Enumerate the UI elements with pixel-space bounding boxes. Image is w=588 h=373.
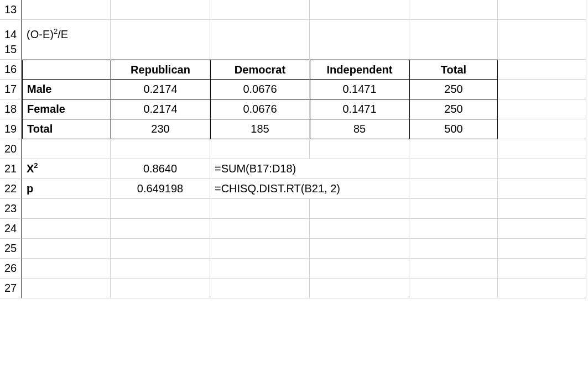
cell-F15[interactable] xyxy=(498,40,586,60)
cell-F26[interactable] xyxy=(498,259,586,279)
cell-A20[interactable] xyxy=(22,139,111,159)
cell-D20[interactable] xyxy=(310,139,409,159)
chisq-symbol: X2 xyxy=(27,162,38,175)
cell-C24[interactable] xyxy=(210,219,310,239)
cell-A16[interactable] xyxy=(22,60,111,80)
cell-C15[interactable] xyxy=(210,40,310,60)
cell-B27[interactable] xyxy=(111,279,210,298)
label-chisq[interactable]: X2 xyxy=(22,159,111,179)
value-p[interactable]: 0.649198 xyxy=(111,179,210,199)
cell-F18[interactable] xyxy=(498,99,586,119)
cell-C23[interactable] xyxy=(210,199,310,219)
cell-E18[interactable]: 250 xyxy=(409,99,498,119)
cell-F16[interactable] xyxy=(498,60,586,80)
rowlabel-female[interactable]: Female xyxy=(22,99,111,119)
cell-A26[interactable] xyxy=(22,259,111,279)
cell-B23[interactable] xyxy=(111,199,210,219)
row-header[interactable]: 16 xyxy=(0,60,22,80)
cell-E21[interactable] xyxy=(409,159,498,179)
cell-C13[interactable] xyxy=(210,0,310,20)
cell-E23[interactable] xyxy=(409,199,498,219)
cell-D15[interactable] xyxy=(310,40,409,60)
row-header[interactable]: 15 xyxy=(0,40,22,60)
cell-F25[interactable] xyxy=(498,239,586,259)
cell-F24[interactable] xyxy=(498,219,586,239)
cell-B18[interactable]: 0.2174 xyxy=(111,99,210,119)
cell-F22[interactable] xyxy=(498,179,586,199)
row-header[interactable]: 27 xyxy=(0,279,22,298)
cell-D17[interactable]: 0.1471 xyxy=(310,80,409,99)
cell-B24[interactable] xyxy=(111,219,210,239)
value-chisq[interactable]: 0.8640 xyxy=(111,159,210,179)
cell-A23[interactable] xyxy=(22,199,111,219)
row-header[interactable]: 20 xyxy=(0,139,22,159)
cell-E20[interactable] xyxy=(409,139,498,159)
cell-C17[interactable]: 0.0676 xyxy=(210,80,310,99)
cell-D19[interactable]: 85 xyxy=(310,119,409,139)
cell-C25[interactable] xyxy=(210,239,310,259)
cell-C26[interactable] xyxy=(210,259,310,279)
cell-E25[interactable] xyxy=(409,239,498,259)
row-header[interactable]: 23 xyxy=(0,199,22,219)
cell-F17[interactable] xyxy=(498,80,586,99)
cell-D25[interactable] xyxy=(310,239,409,259)
cell-D23[interactable] xyxy=(310,199,409,219)
row-header[interactable]: 22 xyxy=(0,179,22,199)
cell-A25[interactable] xyxy=(22,239,111,259)
cell-F13[interactable] xyxy=(498,0,586,20)
cell-C20[interactable] xyxy=(210,139,310,159)
cell-F20[interactable] xyxy=(498,139,586,159)
cell-D24[interactable] xyxy=(310,219,409,239)
cell-B15[interactable] xyxy=(111,40,210,60)
row-header[interactable]: 17 xyxy=(0,80,22,99)
cell-D26[interactable] xyxy=(310,259,409,279)
cell-B20[interactable] xyxy=(111,139,210,159)
cell-B26[interactable] xyxy=(111,259,210,279)
row-header[interactable]: 19 xyxy=(0,119,22,139)
cell-F19[interactable] xyxy=(498,119,586,139)
cell-A27[interactable] xyxy=(22,279,111,298)
cell-B17[interactable]: 0.2174 xyxy=(111,80,210,99)
cell-A15[interactable] xyxy=(22,40,111,60)
cell-F27[interactable] xyxy=(498,279,586,298)
cell-F23[interactable] xyxy=(498,199,586,219)
cell-E13[interactable] xyxy=(409,0,498,20)
label-p[interactable]: p xyxy=(22,179,111,199)
row-header[interactable]: 26 xyxy=(0,259,22,279)
cell-C18[interactable]: 0.0676 xyxy=(210,99,310,119)
cell-B25[interactable] xyxy=(111,239,210,259)
header-democrat[interactable]: Democrat xyxy=(210,60,310,80)
cell-E22[interactable] xyxy=(409,179,498,199)
cell-E27[interactable] xyxy=(409,279,498,298)
cell-E24[interactable] xyxy=(409,219,498,239)
row-header[interactable]: 21 xyxy=(0,159,22,179)
rowlabel-total[interactable]: Total xyxy=(22,119,111,139)
cell-E17[interactable]: 250 xyxy=(409,80,498,99)
header-total[interactable]: Total xyxy=(409,60,498,80)
cell-C19[interactable]: 185 xyxy=(210,119,310,139)
formula-sum[interactable]: =SUM(B17:D18) xyxy=(210,159,409,179)
cell-B13[interactable] xyxy=(111,0,210,20)
formula-chisq[interactable]: =CHISQ.DIST.RT(B21, 2) xyxy=(210,179,409,199)
cell-D13[interactable] xyxy=(310,0,409,20)
cell-B19[interactable]: 230 xyxy=(111,119,210,139)
cell-D27[interactable] xyxy=(310,279,409,298)
cell-A24[interactable] xyxy=(22,219,111,239)
cell-C27[interactable] xyxy=(210,279,310,298)
cell-E19[interactable]: 500 xyxy=(409,119,498,139)
cell-E15[interactable] xyxy=(409,40,498,60)
row-header[interactable]: 18 xyxy=(0,99,22,119)
row-header[interactable]: 13 xyxy=(0,0,22,20)
row-header[interactable]: 25 xyxy=(0,239,22,259)
header-republican[interactable]: Republican xyxy=(111,60,210,80)
cell-E26[interactable] xyxy=(409,259,498,279)
cell-D18[interactable]: 0.1471 xyxy=(310,99,409,119)
rowlabel-male[interactable]: Male xyxy=(22,80,111,99)
formula-label: (O-E)2/E xyxy=(27,28,68,41)
cell-A13[interactable] xyxy=(22,0,111,20)
spreadsheet-grid[interactable]: 13 14 (O-E)2/E 15 16 Republican Democrat… xyxy=(0,0,588,298)
header-independent[interactable]: Independent xyxy=(310,60,409,80)
row-header[interactable]: 24 xyxy=(0,219,22,239)
cell-F21[interactable] xyxy=(498,159,586,179)
